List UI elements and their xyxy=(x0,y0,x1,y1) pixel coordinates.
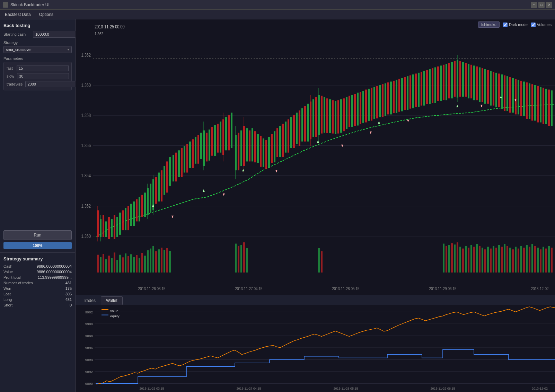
summary-profit-val: -113.99999999999... xyxy=(36,275,72,279)
svg-rect-175 xyxy=(490,71,492,106)
svg-rect-269 xyxy=(545,249,547,273)
summary-long-val: 481 xyxy=(65,297,72,302)
svg-rect-255 xyxy=(506,246,508,273)
svg-rect-182 xyxy=(509,77,511,113)
svg-rect-231 xyxy=(321,251,323,273)
svg-rect-95 xyxy=(276,128,278,157)
main-chart-area[interactable]: Ichimoku Dark mode Volumes xyxy=(76,19,555,295)
menu-backtest-data[interactable]: Backtest Data xyxy=(3,11,33,18)
svg-text:2013-11-28 05:15: 2013-11-28 05:15 xyxy=(332,286,360,291)
svg-rect-223 xyxy=(166,248,168,273)
svg-rect-124 xyxy=(351,95,353,127)
svg-rect-148 xyxy=(418,73,420,107)
summary-row-cash: Cash 9886.000000000004 xyxy=(3,264,72,268)
svg-rect-89 xyxy=(260,136,262,167)
svg-rect-33 xyxy=(119,213,121,235)
param-tradesize-input[interactable] xyxy=(25,81,77,87)
svg-rect-266 xyxy=(537,248,539,273)
svg-rect-207 xyxy=(122,257,124,273)
svg-rect-247 xyxy=(484,249,486,273)
svg-rect-200 xyxy=(103,254,104,273)
svg-rect-119 xyxy=(337,100,339,133)
bottom-tabs: Trades Wallet xyxy=(76,295,555,305)
svg-rect-237 xyxy=(457,242,458,273)
svg-rect-51 xyxy=(164,166,165,195)
params-section: Parameters fast slow tradeSize xyxy=(3,56,72,90)
starting-cash-label: Starting cash xyxy=(3,32,33,36)
svg-text:2013-11-28 05:15: 2013-11-28 05:15 xyxy=(334,387,358,390)
svg-rect-155 xyxy=(437,66,439,101)
svg-rect-141 xyxy=(398,79,400,112)
svg-rect-170 xyxy=(476,66,478,100)
svg-rect-122 xyxy=(346,97,347,129)
svg-text:2013-11-27 04:15: 2013-11-27 04:15 xyxy=(237,387,261,390)
svg-rect-64 xyxy=(189,142,191,168)
ichimoku-badge[interactable]: Ichimoku xyxy=(478,21,500,28)
svg-rect-213 xyxy=(139,258,140,273)
svg-rect-113 xyxy=(321,96,323,134)
svg-rect-156 xyxy=(440,65,442,101)
volumes-checkbox-label[interactable]: Volumes xyxy=(531,23,552,27)
svg-rect-197 xyxy=(551,90,553,126)
tab-wallet[interactable]: Wallet xyxy=(101,296,123,305)
dark-mode-checkbox[interactable] xyxy=(503,23,508,27)
param-slow-input[interactable] xyxy=(17,73,69,79)
volumes-checkbox[interactable] xyxy=(531,23,536,27)
svg-rect-309 xyxy=(102,315,108,315)
svg-text:▼: ▼ xyxy=(341,143,344,148)
svg-rect-253 xyxy=(501,247,503,273)
dark-mode-checkbox-label[interactable]: Dark mode xyxy=(503,23,528,27)
svg-rect-53 xyxy=(169,157,171,186)
svg-rect-307 xyxy=(102,309,108,310)
svg-rect-196 xyxy=(548,90,550,126)
svg-rect-145 xyxy=(409,75,411,109)
summary-won-key: Won xyxy=(3,286,11,291)
run-button-area: Run 100% xyxy=(0,227,75,252)
minimize-button[interactable]: − xyxy=(531,2,537,8)
svg-text:1.362: 1.362 xyxy=(81,52,91,58)
svg-rect-209 xyxy=(127,256,129,272)
svg-rect-140 xyxy=(396,80,397,113)
svg-rect-91 xyxy=(265,140,267,169)
svg-rect-87 xyxy=(254,131,256,162)
summary-profit-key: Profit total xyxy=(3,275,21,279)
svg-rect-86 xyxy=(252,128,253,161)
svg-rect-94 xyxy=(274,131,275,162)
svg-rect-218 xyxy=(152,246,154,273)
svg-rect-144 xyxy=(407,76,408,110)
svg-rect-184 xyxy=(515,79,517,115)
param-fast-input[interactable] xyxy=(17,65,69,71)
params-grid: fast slow tradeSize xyxy=(3,62,72,90)
svg-rect-40 xyxy=(139,197,140,222)
svg-text:9900: 9900 xyxy=(85,322,93,326)
strategy-select[interactable]: sma_crossover rsi_strategy macd_strategy xyxy=(3,46,72,53)
svg-rect-36 xyxy=(127,206,129,231)
svg-rect-129 xyxy=(365,90,367,123)
svg-text:▼: ▼ xyxy=(514,98,517,102)
run-button[interactable]: Run xyxy=(3,230,72,240)
right-panel: Ichimoku Dark mode Volumes xyxy=(76,19,555,392)
titlebar-controls: − □ ✕ xyxy=(531,2,552,8)
svg-rect-31 xyxy=(114,215,115,239)
maximize-button[interactable]: □ xyxy=(538,2,545,8)
svg-rect-254 xyxy=(504,244,505,273)
svg-text:equity: equity xyxy=(110,314,120,318)
svg-text:9890: 9890 xyxy=(85,382,93,385)
svg-rect-159 xyxy=(448,63,450,99)
svg-rect-233 xyxy=(446,246,447,273)
param-row-tradesize: tradeSize xyxy=(7,81,69,87)
svg-text:9892: 9892 xyxy=(85,370,93,374)
close-button[interactable]: ✕ xyxy=(546,2,552,8)
svg-rect-99 xyxy=(288,119,289,153)
summary-lost-val: 306 xyxy=(65,292,72,296)
svg-rect-71 xyxy=(206,133,208,161)
menu-options[interactable]: Options xyxy=(37,11,55,18)
svg-rect-131 xyxy=(371,88,372,121)
main-layout: Back testing Starting cash Strategy sma_… xyxy=(0,19,555,392)
svg-rect-100 xyxy=(290,117,292,148)
svg-rect-65 xyxy=(192,139,194,168)
svg-rect-212 xyxy=(136,255,138,273)
tab-trades[interactable]: Trades xyxy=(78,296,101,305)
svg-rect-74 xyxy=(214,125,216,156)
svg-rect-80 xyxy=(228,115,230,151)
